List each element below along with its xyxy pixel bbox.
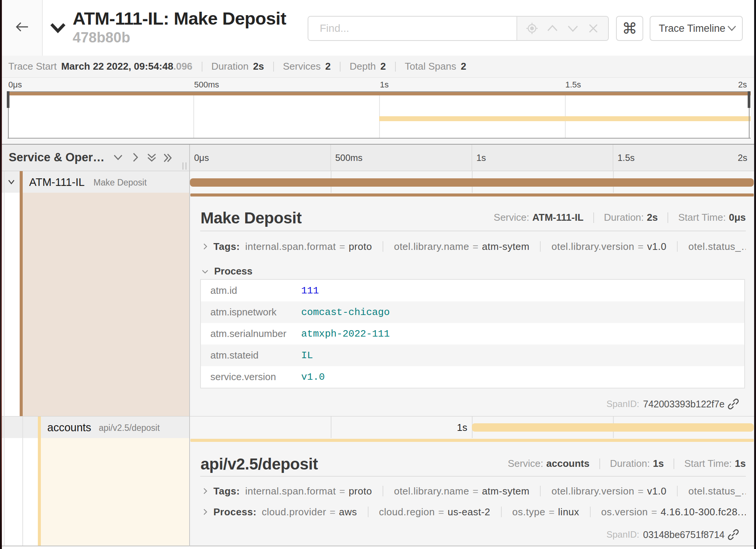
divider — [599, 459, 600, 469]
find-input[interactable] — [308, 17, 516, 40]
back-button[interactable] — [0, 0, 43, 56]
span-detail-atm: Make Deposit Service: ATM-111-IL Duratio… — [190, 193, 754, 416]
tag-key: internal.span.format — [245, 241, 336, 253]
start-time-value: 0μs — [729, 212, 746, 223]
kv-row: atm.ispnetwork comcast-chicago — [201, 301, 744, 323]
window-edge-left — [0, 0, 2, 549]
expand-one-icon[interactable] — [131, 153, 140, 162]
kv-row: service.version v1.0 — [201, 366, 744, 388]
span-table-header: Service & Oper… 0μs 500ms 1s 1.5s 2s — [0, 145, 756, 171]
services-label: Services — [283, 61, 321, 72]
span-id-label: SpanID: — [607, 529, 639, 540]
span-detail-title: api/v2.5/deposit — [201, 455, 318, 473]
divider — [395, 62, 396, 72]
service-label: Service: — [508, 458, 543, 469]
minimap-tick: 1s — [380, 80, 389, 90]
process-section-header[interactable]: Process — [201, 265, 252, 277]
locate-icon[interactable] — [526, 22, 538, 35]
span-id-value: 742003393b122f7e — [643, 399, 725, 410]
kv-key: atm.ispnetwork — [201, 306, 301, 318]
divider — [593, 212, 594, 223]
tags-summary-row[interactable]: Tags: internal.span.format=proto otel.li… — [201, 484, 746, 498]
divider — [540, 486, 541, 496]
span-bar-accounts[interactable] — [472, 423, 754, 432]
timeline-tick: 1.5s — [618, 153, 635, 163]
chevron-down-icon — [201, 268, 209, 275]
process-label: Process: — [213, 506, 257, 518]
span-row-atm-timeline-cell[interactable] — [190, 171, 754, 193]
chevron-right-icon — [201, 508, 209, 516]
tag-key: otel.library.name — [394, 485, 469, 497]
divider — [677, 486, 678, 496]
clear-search-icon[interactable] — [587, 22, 600, 35]
tag-value: atm-sytem — [482, 241, 530, 253]
divider — [383, 241, 383, 252]
column-divider[interactable] — [189, 145, 190, 546]
page-title: ATM-111-IL: Make Deposit — [73, 8, 286, 29]
divider — [677, 241, 678, 252]
service-color-accent-atm — [20, 171, 23, 193]
trace-collapse-chevron-icon[interactable] — [50, 21, 66, 35]
viewing-range-left-handle[interactable] — [7, 91, 9, 108]
service-name[interactable]: ATM-111-IL — [29, 176, 85, 189]
service-tint-fill — [23, 193, 189, 416]
tag-value: proto — [348, 485, 372, 497]
link-icon[interactable] — [728, 398, 739, 410]
tag-key: otel.library.name — [394, 241, 469, 253]
span-bar-atm[interactable] — [190, 178, 754, 187]
prev-result-icon[interactable] — [546, 22, 559, 35]
process-key: cloud.region — [379, 506, 435, 518]
tag-value: atm-sytem — [482, 485, 530, 497]
service-name[interactable]: accounts — [47, 421, 91, 434]
span-row-atm-name-cell[interactable]: ATM-111-IL Make Deposit — [0, 171, 189, 193]
span-detail-title: Make Deposit — [201, 209, 302, 227]
trace-start-label: Trace Start — [8, 61, 57, 72]
kv-key: atm.id — [201, 285, 301, 296]
process-value: linux — [558, 506, 579, 518]
kv-row: atm.id 111 — [201, 280, 744, 301]
viewing-range-right-handle[interactable] — [748, 91, 750, 108]
kv-key: service.version — [201, 371, 301, 383]
tag-key: otel.library.version — [551, 485, 634, 497]
collapse-one-icon[interactable] — [114, 153, 123, 162]
minimap-canvas[interactable] — [8, 91, 751, 139]
indent-guide-level2 — [22, 416, 23, 546]
span-id-row: SpanID: 03148be6751f8714 — [607, 529, 739, 540]
back-arrow-icon — [15, 20, 29, 33]
span-collapse-chevron-icon[interactable] — [8, 179, 15, 185]
link-icon[interactable] — [728, 529, 739, 540]
trace-view-selector[interactable]: Trace Timeline — [650, 16, 743, 41]
process-value: 4.16.10-300.fc28.… — [661, 506, 746, 518]
next-result-icon[interactable] — [566, 22, 579, 35]
expand-all-icon[interactable] — [163, 153, 173, 163]
duration-value: 2s — [647, 212, 658, 223]
process-label: Process — [214, 265, 252, 277]
minimap-gridline — [193, 92, 194, 138]
kv-key: atm.stateid — [201, 349, 301, 361]
tags-summary-row[interactable]: Tags: internal.span.format=proto otel.li… — [201, 240, 746, 253]
detail-divider — [200, 476, 746, 477]
timeline-tick: 1s — [476, 153, 486, 163]
kv-value: atmxph-2022-111 — [301, 328, 390, 340]
collapse-all-icon[interactable] — [147, 153, 157, 163]
minimap-tick: 0μs — [8, 80, 22, 90]
service-value: accounts — [546, 458, 590, 469]
trace-start-fraction: .096 — [173, 61, 193, 72]
tag-key: otel.library.version — [551, 241, 634, 253]
process-summary-row[interactable]: Process: cloud.provider=aws cloud.region… — [201, 505, 746, 519]
chevron-right-icon — [201, 487, 209, 495]
tag-value: v1.0 — [647, 241, 666, 253]
page-header: ATM-111-IL: Make Deposit 478b80b — [0, 0, 756, 56]
duration-label: Duration: — [610, 458, 650, 469]
minimap-tick: 1.5s — [565, 80, 581, 90]
service-color-accent-accounts — [38, 438, 41, 546]
span-row-accounts-name-cell[interactable]: accounts api/v2.5/deposit — [0, 416, 189, 438]
tag-value: v1.0 — [647, 485, 666, 497]
keyboard-shortcuts-button[interactable]: ⌘ — [616, 16, 643, 41]
find-controls — [516, 17, 608, 40]
services-value: 2 — [325, 61, 330, 72]
column-resize-grip[interactable] — [182, 162, 187, 170]
span-id-row: SpanID: 742003393b122f7e — [607, 398, 739, 410]
start-time-value: 1s — [735, 458, 746, 469]
span-row-accounts-timeline-cell[interactable]: 1s — [190, 416, 754, 438]
